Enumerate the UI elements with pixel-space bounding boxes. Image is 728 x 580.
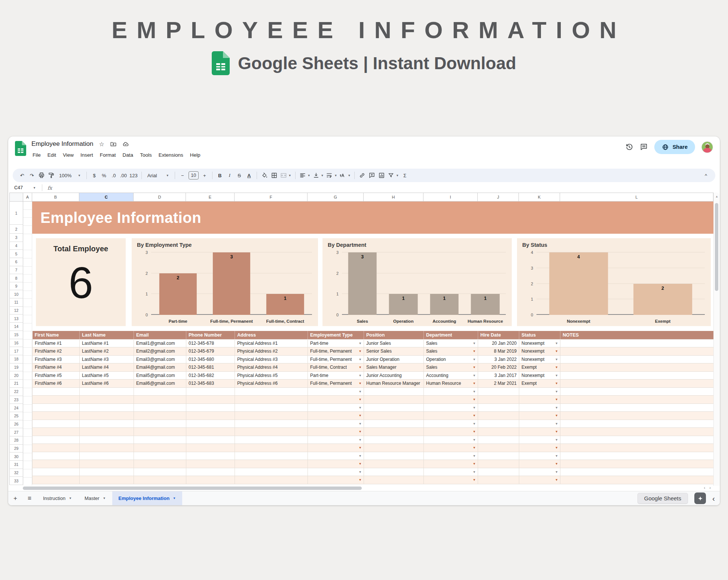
cell[interactable]: ▼ [519, 403, 560, 412]
dropdown-arrow-icon[interactable]: ▼ [473, 398, 476, 401]
format-currency-button[interactable]: $ [89, 171, 99, 181]
dropdown-arrow-icon[interactable]: ▼ [555, 446, 558, 449]
cell[interactable]: ▼ [424, 396, 478, 404]
cell[interactable]: Full-time, Permanent▼ [308, 380, 364, 388]
column-header-J[interactable]: J [478, 193, 519, 202]
cell[interactable] [186, 460, 235, 468]
cell[interactable] [134, 476, 186, 484]
cell[interactable] [186, 403, 235, 412]
row-header-17[interactable]: 17 [10, 347, 23, 355]
cell[interactable]: 8 Mar 2019 [478, 347, 519, 356]
cell[interactable] [33, 452, 80, 460]
cell[interactable] [186, 428, 235, 436]
cell[interactable] [134, 420, 186, 428]
scroll-up-icon[interactable]: ▲ [714, 195, 720, 198]
cell[interactable] [80, 428, 134, 436]
cell[interactable]: Part-time▼ [308, 339, 364, 347]
explore-icon[interactable] [694, 492, 706, 504]
cell[interactable]: ▼ [308, 452, 364, 460]
cell[interactable] [33, 387, 80, 396]
cell[interactable] [364, 468, 424, 476]
scroll-arrows[interactable]: ‹ › [704, 485, 712, 490]
cell[interactable]: ▼ [424, 444, 478, 452]
paint-format-button[interactable] [46, 171, 56, 181]
comment-icon[interactable] [640, 143, 648, 151]
dropdown-arrow-icon[interactable]: ▼ [555, 422, 558, 426]
cell[interactable] [560, 380, 714, 388]
dropdown-arrow-icon[interactable]: ▼ [359, 438, 362, 442]
row-header-33[interactable]: 33 [10, 477, 23, 485]
cell[interactable] [235, 460, 308, 468]
cell[interactable]: ▼ [308, 420, 364, 428]
table-header-status[interactable]: Status [519, 331, 560, 339]
cell[interactable]: ▼ [519, 444, 560, 452]
dropdown-arrow-icon[interactable]: ▼ [555, 462, 558, 466]
row-header-10[interactable]: 10 [10, 290, 23, 298]
column-header-L[interactable]: L [560, 193, 713, 202]
column-header-F[interactable]: F [235, 193, 308, 202]
cell[interactable]: Email4@gmail.com [134, 363, 186, 372]
cell[interactable] [235, 403, 308, 412]
cell[interactable] [186, 444, 235, 452]
cell[interactable] [33, 460, 80, 468]
column-header-D[interactable]: D [134, 193, 186, 202]
cell[interactable]: ▼ [424, 476, 478, 484]
insert-comment-button[interactable] [367, 171, 377, 181]
google-sheets-chip[interactable]: Google Sheets [637, 493, 688, 504]
row-header-2[interactable]: 2 [10, 225, 23, 234]
row-header-16[interactable]: 16 [10, 339, 23, 347]
cell[interactable]: 20 Jan 2020 [478, 339, 519, 347]
cell[interactable]: LastName #5 [80, 371, 134, 380]
cell[interactable] [364, 460, 424, 468]
cell[interactable] [478, 476, 519, 484]
move-folder-icon[interactable] [110, 141, 117, 147]
italic-button[interactable]: I [225, 171, 235, 181]
cell[interactable]: ▼ [308, 396, 364, 404]
cell[interactable]: Email3@gmail.com [134, 355, 186, 363]
dropdown-arrow-icon[interactable]: ▼ [359, 470, 362, 474]
row-header-9[interactable]: 9 [10, 282, 23, 291]
row-header-26[interactable]: 26 [10, 420, 23, 429]
bold-button[interactable]: B [215, 171, 225, 181]
cell[interactable] [478, 436, 519, 444]
cell[interactable] [235, 420, 308, 428]
cell[interactable]: ▼ [424, 420, 478, 428]
cell[interactable]: 3 Jan 2017 [478, 371, 519, 380]
undo-button[interactable]: ↶ [17, 171, 27, 181]
row-header-8[interactable]: 8 [10, 274, 23, 282]
cell[interactable]: ▼ [519, 428, 560, 436]
cell[interactable] [364, 452, 424, 460]
table-header-position[interactable]: Position [364, 331, 424, 339]
menu-help[interactable]: Help [187, 151, 204, 159]
cell[interactable]: ▼ [424, 428, 478, 436]
row-header-14[interactable]: 14 [10, 323, 23, 331]
dropdown-arrow-icon[interactable]: ▼ [359, 422, 362, 426]
dropdown-arrow-icon[interactable]: ▼ [473, 438, 476, 442]
chart-by-department[interactable]: By Department01233111SalesOperationAccou… [322, 238, 512, 326]
dropdown-arrow-icon[interactable]: ▼ [555, 390, 558, 393]
cell[interactable] [478, 420, 519, 428]
cell[interactable]: ▼ [424, 460, 478, 468]
column-header-G[interactable]: G [308, 193, 364, 202]
cell[interactable] [134, 387, 186, 396]
dropdown-arrow-icon[interactable]: ▼ [359, 414, 362, 417]
cell[interactable] [134, 396, 186, 404]
cell[interactable]: 012-345-683 [186, 380, 235, 388]
cell[interactable]: FirstName #6 [33, 380, 80, 388]
fill-color-button[interactable] [260, 171, 269, 181]
cell[interactable]: LastName #6 [80, 380, 134, 388]
cloud-saved-icon[interactable] [122, 141, 129, 147]
cell[interactable]: ▼ [424, 436, 478, 444]
horizontal-align-button[interactable]: ▼ [298, 171, 312, 181]
sheets-file-icon[interactable] [15, 141, 26, 157]
row-header-15[interactable]: 15 [10, 331, 23, 339]
cell[interactable] [186, 412, 235, 420]
font-select[interactable]: Arial▼ [144, 171, 172, 181]
select-all-corner[interactable] [9, 193, 23, 202]
menu-file[interactable]: File [29, 151, 44, 159]
cell[interactable] [186, 468, 235, 476]
menu-data[interactable]: Data [119, 151, 137, 159]
dropdown-arrow-icon[interactable]: ▼ [473, 414, 476, 417]
cell[interactable]: LastName #4 [80, 363, 134, 372]
cell[interactable] [80, 403, 134, 412]
